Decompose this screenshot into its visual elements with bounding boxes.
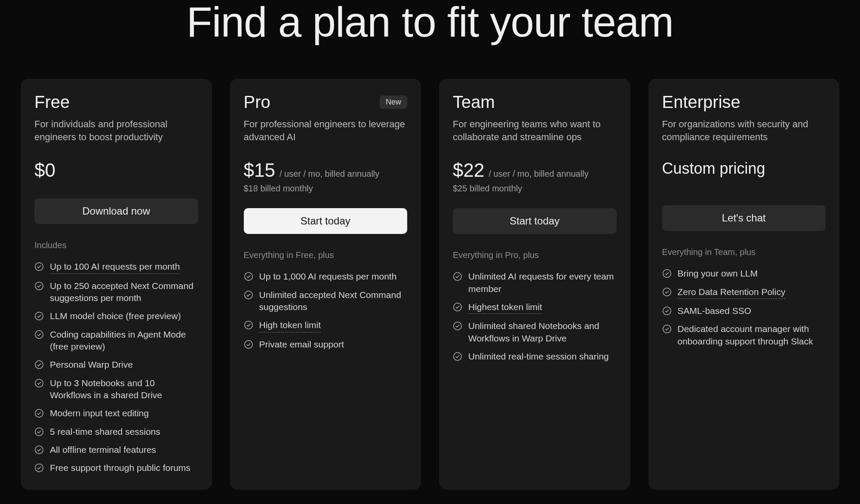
feature-text: Private email support: [259, 338, 344, 350]
feature-item: All offline terminal features: [34, 444, 198, 456]
plan-price: $0: [34, 160, 55, 181]
check-circle-icon: [244, 272, 253, 281]
feature-item: SAML-based SSO: [662, 305, 826, 317]
svg-point-21: [663, 325, 670, 333]
features-list: Bring your own LLMZero Data Retention Po…: [662, 267, 826, 347]
feature-item: Modern input text editing: [34, 407, 198, 419]
lets-chat-button[interactable]: Let's chat: [662, 205, 826, 231]
feature-text: Up to 3 Notebooks and 10 Workflows in a …: [50, 377, 198, 402]
plan-tagline: For engineering teams who want to collab…: [453, 118, 617, 143]
svg-point-17: [454, 353, 461, 360]
check-circle-icon: [244, 290, 253, 300]
plan-tagline: For individuals and professional enginee…: [34, 118, 198, 143]
check-circle-icon: [34, 330, 44, 339]
features-list: Up to 1,000 AI requests per monthUnlimit…: [244, 270, 408, 350]
plan-price-custom: Custom pricing: [662, 160, 826, 178]
check-circle-icon: [662, 324, 672, 334]
feature-text: Free support through public forums: [50, 462, 190, 474]
plan-name: Team: [453, 92, 495, 112]
feature-item: Dedicated account manager with onboardin…: [662, 323, 826, 347]
feature-text: SAML-based SSO: [678, 305, 752, 317]
svg-point-0: [35, 263, 43, 270]
svg-point-3: [35, 330, 43, 338]
check-circle-icon: [34, 281, 44, 291]
start-today-button[interactable]: Start today: [244, 208, 408, 234]
feature-item: Private email support: [244, 338, 408, 350]
feature-item: LLM model choice (free preview): [34, 310, 198, 322]
feature-text[interactable]: Up to 100 AI requests per month: [50, 261, 180, 274]
check-circle-icon: [34, 427, 44, 436]
svg-point-15: [454, 303, 461, 311]
feature-text: Unlimited shared Notebooks and Workflows…: [468, 320, 617, 344]
features-heading: Everything in Team, plus: [662, 247, 826, 257]
feature-item: Free support through public forums: [34, 462, 198, 474]
feature-item: Unlimited accepted Next Command suggesti…: [244, 289, 408, 313]
check-circle-icon: [662, 287, 672, 297]
feature-item: Personal Warp Drive: [34, 359, 198, 371]
feature-text: LLM model choice (free preview): [50, 310, 181, 322]
feature-item: Coding capabilities in Agent Mode (free …: [34, 329, 198, 353]
svg-point-18: [663, 270, 670, 277]
feature-text: Dedicated account manager with onboardin…: [678, 323, 826, 347]
feature-text[interactable]: High token limit: [259, 319, 321, 332]
feature-item: Zero Data Retention Policy: [662, 286, 826, 299]
plan-name: Free: [34, 92, 70, 112]
check-circle-icon: [453, 302, 462, 312]
check-circle-icon: [34, 262, 44, 271]
feature-text[interactable]: Highest token limit: [468, 301, 542, 314]
start-today-button[interactable]: Start today: [453, 208, 617, 234]
new-badge: New: [380, 95, 407, 109]
plan-price-unit: / user / mo, billed annually: [280, 169, 379, 179]
features-heading: Everything in Pro, plus: [453, 250, 617, 260]
features-list: Unlimited AI requests for every team mem…: [453, 270, 617, 363]
feature-item: Bring your own LLM: [662, 267, 826, 280]
check-circle-icon: [453, 352, 462, 361]
feature-text: Unlimited real-time session sharing: [468, 350, 609, 363]
features-heading: Everything in Free, plus: [244, 250, 408, 260]
svg-point-9: [35, 464, 43, 472]
svg-point-11: [244, 291, 252, 298]
feature-item: High token limit: [244, 319, 408, 332]
svg-point-14: [454, 273, 461, 280]
plan-card-team: Team For engineering teams who want to c…: [439, 79, 630, 490]
feature-item: Highest token limit: [453, 301, 617, 314]
plans-row: Free For individuals and professional en…: [0, 79, 860, 490]
check-circle-icon: [662, 269, 672, 278]
check-circle-icon: [34, 409, 44, 418]
check-circle-icon: [34, 378, 44, 388]
check-circle-icon: [34, 445, 44, 455]
features-heading: Includes: [34, 240, 198, 250]
plan-card-pro: Pro New For professional engineers to le…: [230, 79, 421, 490]
plan-name: Enterprise: [662, 92, 740, 112]
plan-tagline: For professional engineers to leverage a…: [244, 118, 408, 143]
feature-text: Bring your own LLM: [678, 267, 758, 280]
feature-item: Up to 250 accepted Next Command suggesti…: [34, 280, 198, 304]
svg-point-2: [35, 312, 43, 320]
plan-card-free: Free For individuals and professional en…: [21, 79, 212, 490]
check-circle-icon: [244, 320, 253, 330]
feature-item: 5 real-time shared sessions: [34, 426, 198, 438]
check-circle-icon: [662, 306, 672, 316]
feature-item: Up to 3 Notebooks and 10 Workflows in a …: [34, 377, 198, 402]
plan-tagline: For organizations with security and comp…: [662, 118, 826, 143]
feature-text[interactable]: Zero Data Retention Policy: [678, 286, 786, 299]
download-now-button[interactable]: Download now: [34, 198, 198, 224]
svg-point-16: [454, 322, 461, 330]
plan-name: Pro: [244, 92, 270, 112]
plan-price-sub: $18 billed monthly: [244, 184, 408, 194]
feature-text: Personal Warp Drive: [50, 359, 133, 371]
feature-item: Up to 1,000 AI requests per month: [244, 270, 408, 283]
features-list: Up to 100 AI requests per monthUp to 250…: [34, 261, 198, 474]
check-circle-icon: [244, 340, 253, 349]
svg-point-7: [35, 428, 43, 436]
svg-point-13: [244, 340, 252, 348]
plan-card-enterprise: Enterprise For organizations with securi…: [648, 79, 840, 490]
feature-item: Unlimited AI requests for every team mem…: [453, 270, 617, 295]
check-circle-icon: [453, 321, 462, 331]
feature-text: 5 real-time shared sessions: [50, 426, 160, 438]
feature-item: Unlimited real-time session sharing: [453, 350, 617, 363]
feature-text: Unlimited accepted Next Command suggesti…: [259, 289, 408, 313]
check-circle-icon: [453, 272, 462, 281]
check-circle-icon: [34, 311, 44, 321]
feature-item: Up to 100 AI requests per month: [34, 261, 198, 274]
